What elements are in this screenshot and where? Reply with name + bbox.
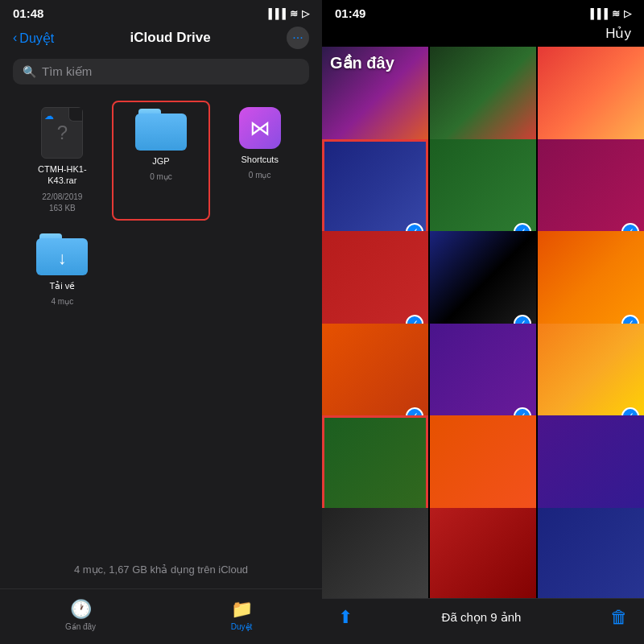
photo-content-14 — [430, 415, 536, 522]
battery-icon-right: ▷ — [624, 8, 631, 19]
chevron-left-icon: ‹ — [13, 31, 17, 45]
recently-label: Gần đây — [330, 53, 394, 72]
shortcuts-meta: 0 mục — [249, 170, 271, 181]
bottom-tabs: 🕐 Gần đây 📁 Duyệt — [0, 588, 322, 644]
photo-content-13 — [322, 415, 428, 522]
share-button[interactable]: ⬆ — [338, 607, 353, 628]
photo-cell-10[interactable]: ✓ — [322, 324, 428, 430]
search-placeholder: Tìm kiếm — [42, 64, 92, 79]
download-arrow-icon: ↓ — [58, 250, 67, 267]
icloud-icon: ☁ — [44, 110, 54, 122]
status-bar-right: 01:49 ▐▐▐ ≋ ▷ — [322, 0, 644, 23]
page-title: iCloud Drive — [130, 30, 211, 46]
signal-icon-right: ▐▐▐ — [587, 8, 608, 19]
photo-cell-11[interactable]: ✓ — [430, 324, 536, 430]
left-panel: 01:48 ▐▐▐ ≋ ▷ ‹ Duyệt iCloud Drive ··· 🔍… — [0, 0, 322, 644]
file-item-rar[interactable]: ☁ ? CTMH-HK1-K43.rar 22/08/2019163 KB — [13, 101, 112, 221]
photo-cell-12[interactable]: ✓ — [538, 324, 644, 430]
photo-cell-3[interactable] — [538, 47, 644, 153]
photo-cell-16[interactable] — [322, 508, 428, 599]
photo-cell-15[interactable] — [538, 415, 644, 522]
more-icon: ··· — [292, 31, 303, 45]
photo-cell-5[interactable]: ✓ — [430, 139, 536, 246]
photo-cell-4[interactable]: ✓ — [322, 139, 428, 246]
rar-date: 22/08/2019163 KB — [42, 192, 82, 214]
search-bar[interactable]: 🔍 Tìm kiếm — [13, 59, 309, 85]
bottom-action-bar: ⬆ Đã chọn 9 ảnh 🗑 — [322, 598, 644, 644]
rar-filename: CTMH-HK1-K43.rar — [38, 163, 87, 187]
photo-content-15 — [538, 415, 644, 522]
file-item-jgp[interactable]: JGP 0 mục — [112, 101, 211, 221]
photo-cell-14[interactable] — [430, 415, 536, 522]
cancel-button[interactable]: Hủy — [605, 25, 631, 42]
time-left: 01:48 — [13, 6, 43, 20]
download-folder-body: ↓ — [36, 238, 88, 275]
tab-recent[interactable]: 🕐 Gần đây — [0, 596, 161, 631]
rar-file-icon: ☁ ? — [41, 107, 83, 159]
status-bar-left: 01:48 ▐▐▐ ≋ ▷ — [0, 0, 322, 23]
file-item-shortcuts[interactable]: ⋈ Shortcuts 0 mục — [210, 101, 309, 221]
photo-cell-17[interactable] — [430, 508, 536, 599]
tab-browse[interactable]: 📁 Duyệt — [161, 596, 322, 631]
shortcuts-symbol: ⋈ — [250, 116, 270, 141]
battery-icon: ▷ — [302, 8, 309, 19]
folder-body — [135, 114, 187, 151]
tab-browse-label: Duyệt — [231, 622, 253, 631]
storage-text: 4 mục, 1,67 GB khả dụng trên iCloud — [74, 564, 248, 576]
tab-recent-label: Gần đây — [65, 622, 96, 631]
file-item-download[interactable]: ↓ Tải về 4 mục — [13, 227, 112, 314]
signal-icon: ▐▐▐ — [265, 8, 286, 19]
search-icon: 🔍 — [23, 65, 36, 78]
download-foldername: Tải về — [49, 280, 75, 291]
photo-cell-18[interactable] — [538, 508, 644, 599]
photo-cell-6[interactable]: ✓ — [538, 139, 644, 246]
folder-icon: 📁 — [231, 599, 253, 620]
time-right: 01:49 — [335, 6, 365, 20]
question-mark-icon: ? — [57, 122, 68, 144]
status-icons-left: ▐▐▐ ≋ ▷ — [265, 8, 309, 19]
photo-cell-2[interactable] — [430, 47, 536, 153]
more-button[interactable]: ··· — [287, 27, 309, 49]
photo-content-3 — [538, 47, 644, 153]
photo-nav: Hủy — [322, 23, 644, 47]
photo-content-2 — [430, 47, 536, 153]
back-label: Duyệt — [19, 31, 54, 46]
jgp-meta: 0 mục — [150, 171, 172, 183]
shortcuts-app-icon: ⋈ — [239, 107, 281, 149]
nav-bar-left: ‹ Duyệt iCloud Drive ··· — [0, 23, 322, 56]
photo-content-17 — [430, 508, 536, 599]
download-meta: 4 mục — [51, 296, 73, 308]
download-folder-icon: ↓ — [36, 233, 88, 275]
photo-content-16 — [322, 508, 428, 599]
photo-cell-7[interactable]: ✓ — [322, 231, 428, 337]
wifi-icon-right: ≋ — [612, 8, 620, 19]
wifi-icon: ≋ — [290, 8, 298, 19]
jgp-foldername: JGP — [152, 155, 169, 167]
files-grid: ☁ ? CTMH-HK1-K43.rar 22/08/2019163 KB JG… — [0, 94, 322, 320]
photos-grid: Gần đây ✓ ✓ ✓ ✓ ✓ — [322, 47, 644, 598]
photo-cell-13[interactable] — [322, 415, 428, 522]
photo-cell-9[interactable]: ✓ — [538, 231, 644, 337]
photo-cell-1[interactable]: Gần đây — [322, 47, 428, 153]
selected-count-label: Đã chọn 9 ảnh — [442, 610, 522, 625]
photo-cell-8[interactable]: ✓ — [430, 231, 536, 337]
shortcuts-name: Shortcuts — [241, 154, 278, 165]
photo-content-18 — [538, 508, 644, 599]
delete-button[interactable]: 🗑 — [610, 607, 628, 628]
clock-icon: 🕐 — [70, 599, 92, 620]
storage-info: 4 mục, 1,67 GB khả dụng trên iCloud — [0, 554, 322, 588]
right-panel: 01:49 ▐▐▐ ≋ ▷ Hủy Gần đây ✓ ✓ — [322, 0, 644, 644]
status-icons-right: ▐▐▐ ≋ ▷ — [587, 8, 631, 19]
back-button[interactable]: ‹ Duyệt — [13, 31, 54, 46]
jgp-folder-icon — [135, 109, 187, 151]
